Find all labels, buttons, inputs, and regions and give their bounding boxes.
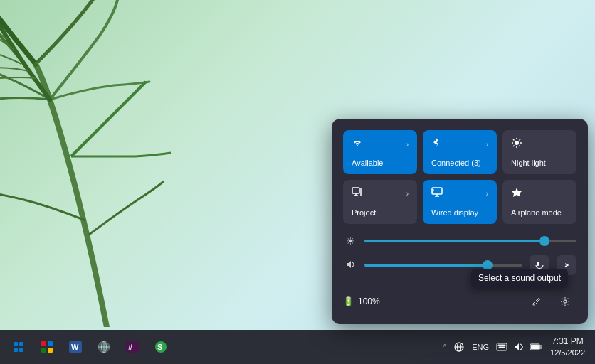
- network-tray-icon[interactable]: [452, 340, 466, 354]
- taskbar-tray: ^ ENG: [441, 334, 589, 360]
- wifi-tile[interactable]: › Available: [343, 130, 417, 174]
- footer-actions: [525, 290, 576, 313]
- svg-text:#: #: [128, 343, 132, 351]
- language-label: ENG: [472, 343, 489, 351]
- battery-icon: 🔋: [343, 296, 354, 306]
- battery-percent: 100%: [358, 296, 380, 306]
- volume-slider-icon: [343, 259, 357, 272]
- svg-text:W: W: [71, 343, 79, 351]
- svg-rect-24: [48, 341, 53, 346]
- volume-tray-icon[interactable]: [512, 340, 526, 354]
- clock-date: 12/5/2022: [550, 348, 585, 358]
- svg-rect-23: [41, 341, 46, 346]
- brightness-fill: [364, 240, 544, 242]
- language-button[interactable]: ENG: [469, 341, 492, 353]
- project-arrow: ›: [406, 190, 409, 198]
- clock[interactable]: 7:31 PM 12/5/2022: [546, 334, 589, 360]
- volume-track[interactable]: [364, 264, 522, 267]
- svg-point-18: [564, 300, 567, 303]
- volume-fill: [364, 264, 488, 267]
- svg-rect-19: [14, 342, 18, 346]
- wireddisplay-label: Wired display: [431, 208, 488, 217]
- taskbar-app-1[interactable]: [34, 334, 60, 360]
- taskbar-app-browser[interactable]: [91, 334, 117, 360]
- bluetooth-icon: [431, 137, 441, 151]
- bluetooth-arrow: ›: [486, 141, 488, 149]
- svg-rect-20: [19, 342, 23, 346]
- settings-button[interactable]: [554, 290, 576, 313]
- wireddisplay-tile[interactable]: › Wired display: [423, 180, 497, 224]
- airplanemode-label: Airplane mode: [511, 208, 568, 217]
- svg-rect-45: [500, 345, 501, 346]
- svg-rect-21: [14, 348, 18, 352]
- svg-line-6: [520, 146, 521, 147]
- panel-footer: 🔋 100%: [343, 284, 576, 313]
- svg-rect-47: [499, 347, 505, 348]
- svg-rect-16: [537, 262, 539, 266]
- taskbar: W #: [0, 330, 595, 364]
- wireddisplay-tile-top: ›: [431, 187, 488, 200]
- nightlight-label: Night light: [511, 159, 568, 167]
- sound-output-tooltip: Select a sound output: [471, 269, 568, 287]
- keyboard-tray-icon[interactable]: [495, 340, 509, 354]
- wifi-label: Available: [352, 159, 409, 167]
- airplanemode-tile[interactable]: Airplane mode: [502, 180, 576, 224]
- wireddisplay-arrow: ›: [486, 190, 488, 198]
- svg-rect-9: [352, 188, 359, 193]
- brightness-slider-icon: ☀: [343, 235, 357, 247]
- project-tile[interactable]: › Project: [343, 180, 417, 224]
- quick-tiles-grid: › Available › Connected (3): [343, 130, 576, 224]
- clock-time: 7:31 PM: [552, 336, 584, 348]
- palm-decoration: [0, 0, 256, 327]
- svg-rect-13: [432, 188, 442, 194]
- svg-rect-22: [19, 348, 23, 352]
- airplane-icon: [511, 187, 522, 201]
- bluetooth-tile-top: ›: [431, 137, 488, 151]
- svg-point-0: [515, 141, 519, 145]
- brightness-thumb[interactable]: [539, 236, 549, 246]
- svg-line-8: [513, 146, 515, 147]
- svg-line-5: [513, 139, 515, 141]
- airplanemode-tile-top: [511, 187, 568, 201]
- wifi-icon: [352, 137, 363, 151]
- nightlight-tile[interactable]: Night light: [502, 130, 576, 174]
- taskbar-apps: W #: [6, 334, 174, 360]
- brightness-icon: [511, 137, 522, 151]
- svg-text:S: S: [157, 343, 162, 351]
- desktop: › Available › Connected (3): [0, 0, 595, 364]
- cast-icon: [431, 187, 443, 200]
- edit-quick-settings-button[interactable]: [525, 290, 548, 313]
- svg-rect-25: [41, 348, 46, 353]
- brightness-slider-row: ☀: [343, 235, 576, 247]
- bluetooth-label: Connected (3): [431, 159, 488, 167]
- project-icon: [352, 187, 363, 200]
- show-hidden-icons-button[interactable]: ^: [441, 342, 450, 353]
- chevron-up-icon: ^: [443, 343, 447, 351]
- wifi-arrow: ›: [406, 141, 409, 149]
- start-button[interactable]: [6, 334, 31, 360]
- battery-tray-icon[interactable]: [529, 340, 543, 354]
- svg-rect-49: [531, 345, 539, 349]
- taskbar-app-slack[interactable]: #: [120, 334, 145, 360]
- svg-rect-26: [48, 348, 53, 353]
- wifi-tile-top: ›: [352, 137, 409, 151]
- brightness-track[interactable]: [364, 240, 576, 242]
- taskbar-app-5[interactable]: S: [148, 334, 174, 360]
- project-tile-top: ›: [352, 187, 409, 200]
- svg-line-7: [520, 139, 521, 141]
- nightlight-tile-top: [511, 137, 568, 151]
- taskbar-app-word[interactable]: W: [63, 334, 88, 360]
- project-label: Project: [352, 208, 409, 217]
- svg-rect-46: [502, 345, 504, 346]
- quick-settings-panel: › Available › Connected (3): [332, 119, 588, 324]
- battery-info: 🔋 100%: [343, 296, 380, 306]
- bluetooth-tile[interactable]: › Connected (3): [423, 130, 497, 174]
- tooltip-text: Select a sound output: [478, 273, 561, 283]
